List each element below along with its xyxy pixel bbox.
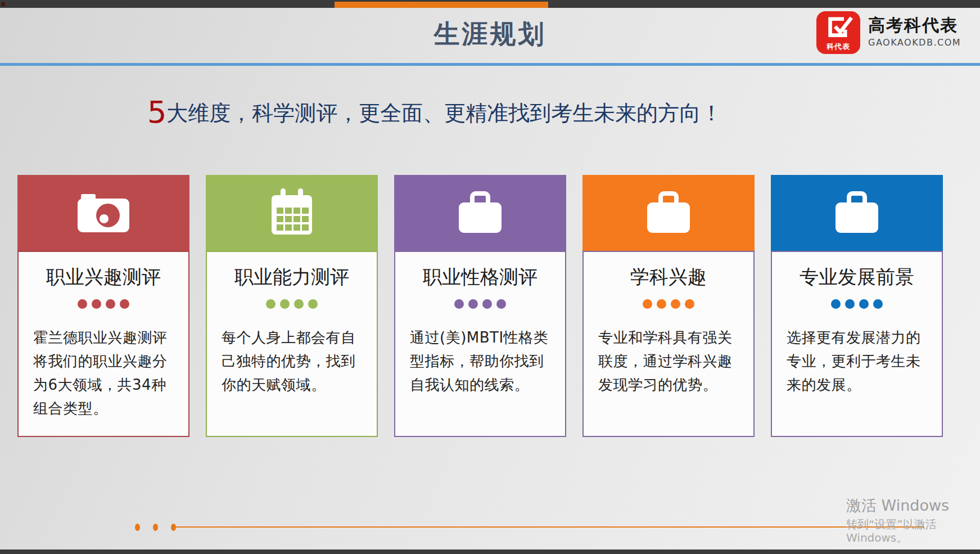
slide-canvas: 生涯规划 科代表 高考科代表 GAOKAOKDB.COM 5大维度，科学测评，更… bbox=[0, 0, 980, 554]
card-header bbox=[17, 175, 189, 251]
card-title: 职业能力测评 bbox=[207, 264, 377, 290]
dot bbox=[873, 299, 883, 309]
card-career-interest: 职业兴趣测评 霍兰德职业兴趣测评将我们的职业兴趣分为6大领域，共34种组合类型。 bbox=[17, 175, 189, 437]
card-body: 职业性格测评 通过(美)MBTI性格类型指标，帮助你找到自我认知的线索。 bbox=[394, 251, 566, 437]
card-body: 学科兴趣 专业和学科具有强关联度，通过学科兴趣发现学习的优势。 bbox=[582, 251, 755, 437]
dot bbox=[831, 299, 841, 309]
rating-dots bbox=[772, 299, 942, 309]
headline: 5大维度，科学测评，更全面、更精准找到考生未来的方向！ bbox=[147, 94, 722, 130]
dot bbox=[106, 299, 115, 309]
headline-number: 5 bbox=[147, 94, 166, 130]
rating-dots bbox=[395, 299, 565, 309]
brand-logo: 科代表 高考科代表 GAOKAOKDB.COM bbox=[816, 11, 961, 54]
dot bbox=[153, 524, 158, 531]
bottom-bar bbox=[0, 550, 980, 554]
brand-text: 高考科代表 GAOKAOKDB.COM bbox=[868, 11, 961, 48]
dot bbox=[685, 299, 694, 309]
card-text: 霍兰德职业兴趣测评将我们的职业兴趣分为6大领域，共34种组合类型。 bbox=[33, 326, 175, 420]
dot bbox=[454, 299, 464, 309]
dot bbox=[657, 299, 666, 309]
card-body: 职业兴趣测评 霍兰德职业兴趣测评将我们的职业兴趣分为6大领域，共34种组合类型。 bbox=[17, 251, 189, 437]
watermark-line2: 转到“设置”以激活 Windows。 bbox=[846, 517, 980, 544]
dot bbox=[496, 299, 506, 309]
brand-name: 高考科代表 bbox=[868, 16, 961, 35]
windows-activation-watermark: 激活 Windows 转到“设置”以激活 Windows。 bbox=[846, 497, 980, 544]
cards-row: 职业兴趣测评 霍兰德职业兴趣测评将我们的职业兴趣分为6大领域，共34种组合类型。 bbox=[17, 175, 943, 437]
logo-icon-label: 科代表 bbox=[827, 43, 850, 51]
card-header bbox=[394, 175, 566, 251]
dot bbox=[294, 299, 304, 309]
check-bracket-icon bbox=[823, 15, 854, 43]
dot bbox=[92, 299, 101, 309]
dot bbox=[859, 299, 869, 309]
top-bar-accent bbox=[335, 2, 548, 8]
dot bbox=[468, 299, 478, 309]
dot bbox=[120, 299, 129, 309]
card-text: 通过(美)MBTI性格类型指标，帮助你找到自我认知的线索。 bbox=[410, 326, 552, 397]
dot bbox=[78, 299, 87, 309]
watermark-line1: 激活 Windows bbox=[846, 497, 980, 514]
card-header bbox=[771, 175, 943, 251]
rating-dots bbox=[19, 299, 188, 309]
card-header bbox=[206, 175, 378, 251]
brand-domain: GAOKAOKDB.COM bbox=[868, 37, 961, 48]
briefcase-icon bbox=[453, 190, 507, 236]
briefcase-icon bbox=[642, 190, 696, 236]
dot bbox=[280, 299, 290, 309]
card-text: 每个人身上都会有自己独特的优势，找到你的天赋领域。 bbox=[222, 326, 363, 397]
card-title: 职业性格测评 bbox=[395, 264, 565, 290]
card-text: 选择更有发展潜力的专业，更利于考生未来的发展。 bbox=[787, 326, 928, 397]
calendar-icon bbox=[266, 187, 318, 239]
card-subject-interest: 学科兴趣 专业和学科具有强关联度，通过学科兴趣发现学习的优势。 bbox=[582, 175, 755, 437]
card-body: 职业能力测评 每个人身上都会有自己独特的优势，找到你的天赋领域。 bbox=[206, 251, 378, 437]
card-text: 专业和学科具有强关联度，通过学科兴趣发现学习的优势。 bbox=[598, 326, 740, 397]
card-body: 专业发展前景 选择更有发展潜力的专业，更利于考生未来的发展。 bbox=[771, 251, 943, 437]
card-major-prospects: 专业发展前景 选择更有发展潜力的专业，更利于考生未来的发展。 bbox=[771, 175, 943, 437]
headline-text: 大维度，科学测评，更全面、更精准找到考生未来的方向！ bbox=[166, 101, 722, 125]
top-bar bbox=[0, 0, 980, 8]
dot bbox=[308, 299, 318, 309]
brand-logo-icon: 科代表 bbox=[816, 11, 860, 54]
footer-line bbox=[175, 526, 924, 528]
corner-mark bbox=[1, 2, 5, 6]
dot bbox=[482, 299, 492, 309]
card-title: 学科兴趣 bbox=[584, 264, 753, 290]
dot bbox=[135, 524, 140, 531]
header-divider bbox=[0, 63, 980, 66]
dot bbox=[671, 299, 680, 309]
dot bbox=[845, 299, 855, 309]
card-header bbox=[582, 175, 755, 251]
rating-dots bbox=[584, 299, 753, 309]
card-career-personality: 职业性格测评 通过(美)MBTI性格类型指标，帮助你找到自我认知的线索。 bbox=[394, 175, 566, 437]
dot bbox=[643, 299, 652, 309]
card-title: 专业发展前景 bbox=[772, 264, 942, 290]
card-title: 职业兴趣测评 bbox=[19, 264, 188, 290]
briefcase-icon bbox=[830, 190, 884, 236]
dot bbox=[266, 299, 276, 309]
rating-dots bbox=[207, 299, 377, 309]
card-career-ability: 职业能力测评 每个人身上都会有自己独特的优势，找到你的天赋领域。 bbox=[206, 175, 378, 437]
camera-icon bbox=[74, 190, 133, 237]
